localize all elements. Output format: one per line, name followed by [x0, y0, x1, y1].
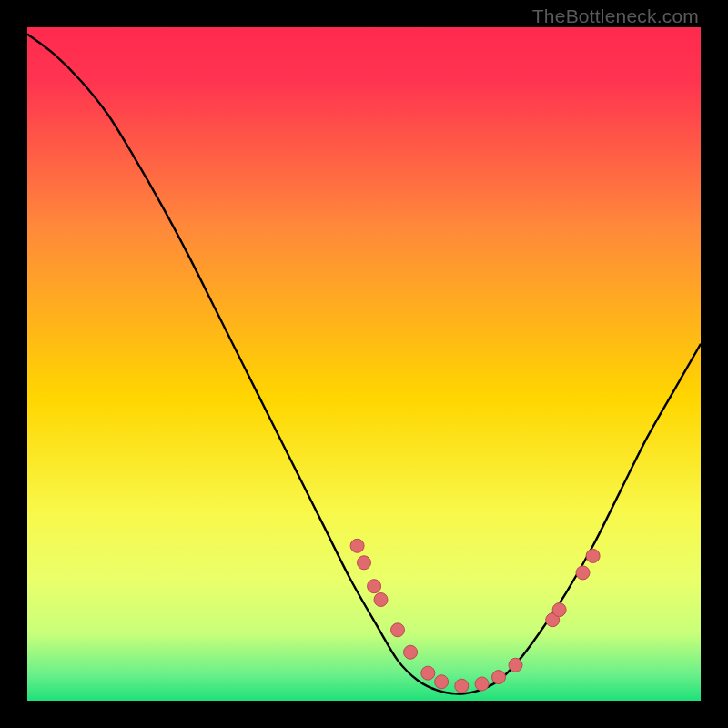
- data-dot: [435, 675, 449, 689]
- data-dot: [391, 623, 405, 637]
- data-dot: [576, 566, 590, 580]
- chart-background: [27, 27, 701, 701]
- data-dot: [552, 603, 566, 617]
- data-dot: [509, 658, 522, 672]
- data-dot: [586, 549, 600, 562]
- data-dot: [374, 593, 388, 607]
- data-dot: [475, 677, 489, 691]
- data-dot: [421, 666, 435, 680]
- chart-plot-area: [27, 27, 701, 701]
- data-dot: [492, 671, 506, 684]
- data-dot: [404, 645, 418, 659]
- data-dot: [455, 679, 469, 693]
- watermark-text: TheBottleneck.com: [532, 5, 699, 27]
- chart-svg: [27, 27, 701, 701]
- data-dot: [358, 556, 371, 570]
- data-dot: [368, 580, 381, 593]
- data-dot: [350, 539, 364, 552]
